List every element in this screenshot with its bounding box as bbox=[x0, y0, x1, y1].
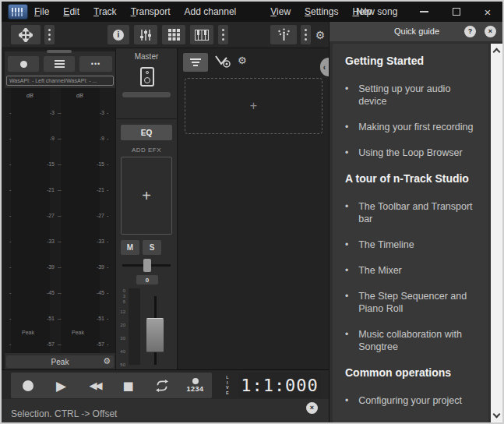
input-meters-panel: ••• WasAPI: - Left channel/WasAPI: - ...… bbox=[5, 51, 115, 369]
bullet-icon: • bbox=[345, 394, 348, 407]
rewind-button[interactable]: ◀◀ bbox=[78, 373, 111, 398]
status-bar: Selection. CTRL -> Offset × bbox=[2, 399, 329, 422]
bullet-icon: • bbox=[345, 200, 348, 225]
minimize-button[interactable] bbox=[412, 2, 435, 22]
maximize-button[interactable] bbox=[445, 2, 468, 22]
meter-scale-row: --45---45- bbox=[5, 290, 115, 297]
guide-link[interactable]: •Setting up your audio device bbox=[345, 83, 478, 108]
toolbar-overflow-center-button[interactable] bbox=[218, 25, 228, 44]
meter-scale-row: --9---9- bbox=[5, 136, 115, 143]
guide-link[interactable]: •The Step Sequencer and Piano Roll bbox=[345, 290, 478, 315]
peak-reset-button[interactable]: Peak ⚙ bbox=[6, 355, 114, 368]
bullet-icon: • bbox=[345, 83, 348, 108]
close-button[interactable]: × bbox=[476, 2, 499, 22]
eq-button[interactable]: EQ bbox=[121, 125, 172, 140]
menu-track[interactable]: Track bbox=[93, 6, 117, 17]
meter-options-button[interactable] bbox=[44, 56, 75, 72]
status-close-button[interactable]: × bbox=[306, 402, 318, 414]
mixer-sliders-icon bbox=[139, 29, 152, 41]
menu-file[interactable]: File bbox=[34, 6, 49, 17]
kebab-menu-icon bbox=[48, 29, 51, 41]
app-window: File Edit Track Transport Add channel Vi… bbox=[0, 0, 504, 424]
meter-more-button[interactable]: ••• bbox=[79, 56, 112, 72]
guide-link[interactable]: •The Mixer bbox=[345, 264, 478, 277]
guide-link[interactable]: •Adding effects bbox=[345, 420, 478, 422]
gear-icon: ⚙ bbox=[238, 55, 247, 66]
divider bbox=[116, 118, 177, 119]
move-arrows-icon bbox=[19, 28, 33, 42]
info-button[interactable]: i bbox=[107, 25, 129, 44]
time-display[interactable]: 1:1:000 bbox=[238, 373, 321, 398]
more-icon: ••• bbox=[91, 60, 100, 68]
scroll-down-icon[interactable] bbox=[493, 411, 501, 419]
quick-guide-panel: Quick guide ? × Getting Started •Setting… bbox=[329, 22, 504, 424]
guide-close-button[interactable]: × bbox=[485, 26, 496, 37]
menu-settings[interactable]: Settings bbox=[305, 6, 338, 17]
close-icon: × bbox=[485, 6, 492, 18]
master-title: Master bbox=[116, 52, 177, 61]
list-icon bbox=[55, 60, 65, 68]
pan-slider-handle[interactable] bbox=[143, 259, 151, 272]
timeline-settings-button[interactable]: ⚙ bbox=[238, 55, 247, 66]
piano-keys-icon bbox=[195, 30, 209, 41]
loop-button[interactable] bbox=[145, 373, 178, 398]
menu-view[interactable]: View bbox=[270, 6, 291, 17]
meter-scale-row: --27---27- bbox=[5, 213, 115, 220]
record-arm-button[interactable] bbox=[8, 56, 39, 72]
metronome-button[interactable]: 1234 bbox=[178, 373, 212, 398]
meter-scale-row: --33---33- bbox=[5, 238, 115, 246]
mute-button[interactable]: M bbox=[121, 240, 139, 255]
automation-button[interactable] bbox=[214, 55, 231, 72]
panel-grip[interactable] bbox=[47, 50, 72, 53]
peak-readout-right: Peak bbox=[72, 330, 84, 335]
live-indicator[interactable]: L I V E bbox=[226, 375, 229, 395]
speaker-icon[interactable] bbox=[140, 67, 154, 87]
solo-button[interactable]: S bbox=[143, 240, 161, 255]
tuner-button[interactable] bbox=[270, 25, 297, 44]
track-filter-button[interactable] bbox=[183, 53, 208, 72]
guide-section-heading: Getting Started bbox=[345, 55, 478, 67]
guide-scrollbar[interactable] bbox=[491, 44, 502, 422]
volume-fader-handle[interactable] bbox=[146, 318, 164, 352]
guide-link[interactable]: •Music collaboration with Songtree bbox=[345, 328, 478, 353]
guide-link[interactable]: •Making your first recording bbox=[345, 121, 478, 133]
bullet-icon: • bbox=[345, 264, 348, 277]
mixer-button[interactable] bbox=[134, 25, 157, 44]
record-icon bbox=[20, 61, 27, 68]
toolbar-settings-button[interactable]: ⚙ bbox=[313, 25, 327, 44]
panel-collapse-button[interactable]: ‹ bbox=[320, 58, 329, 76]
stop-button[interactable]: ■ bbox=[111, 373, 145, 398]
efx-drop-zone[interactable]: + bbox=[121, 157, 172, 235]
menu-edit[interactable]: Edit bbox=[63, 6, 79, 17]
meter-scale-row: --3---3- bbox=[5, 110, 115, 117]
maximize-icon bbox=[453, 8, 460, 16]
app-logo-icon[interactable] bbox=[8, 4, 28, 19]
guide-link[interactable]: •Using the Loop Browser bbox=[345, 147, 478, 159]
guide-link[interactable]: •The Timeline bbox=[345, 238, 478, 251]
guide-link[interactable]: •The Toolbar and Transport bar bbox=[345, 200, 478, 225]
step-sequencer-button[interactable] bbox=[162, 25, 185, 44]
time-value: 1:1:000 bbox=[241, 376, 319, 395]
menu-transport[interactable]: Transport bbox=[131, 6, 171, 17]
gear-icon[interactable]: ⚙ bbox=[103, 356, 111, 366]
transport-buttons: ▶ ◀◀ ■ 1234 bbox=[11, 373, 212, 398]
move-tool-button[interactable] bbox=[11, 25, 41, 44]
main-toolbar: i bbox=[2, 22, 329, 48]
menu-add-channel[interactable]: Add channel bbox=[185, 6, 237, 17]
toolbar-overflow-right-button[interactable] bbox=[301, 25, 311, 44]
toolbar-overflow-left-button[interactable] bbox=[44, 25, 55, 44]
audio-device-field[interactable]: WasAPI: - Left channel/WasAPI: - ... bbox=[6, 76, 114, 86]
bullet-icon: • bbox=[345, 238, 348, 251]
guide-link[interactable]: •Configuring your project bbox=[345, 394, 478, 407]
guide-help-button[interactable]: ? bbox=[464, 26, 476, 37]
step-grid-icon bbox=[168, 29, 180, 41]
track-drop-zone[interactable]: + bbox=[185, 78, 322, 134]
rewind-icon: ◀◀ bbox=[90, 380, 100, 391]
pan-value-button[interactable]: 0 bbox=[136, 275, 158, 284]
stop-icon: ■ bbox=[122, 379, 133, 393]
timeline-area: ⚙ ‹ + bbox=[178, 48, 329, 369]
play-button[interactable]: ▶ bbox=[44, 373, 78, 398]
piano-roll-button[interactable] bbox=[190, 25, 213, 44]
record-button[interactable] bbox=[11, 373, 44, 398]
scroll-up-icon[interactable] bbox=[493, 48, 501, 56]
